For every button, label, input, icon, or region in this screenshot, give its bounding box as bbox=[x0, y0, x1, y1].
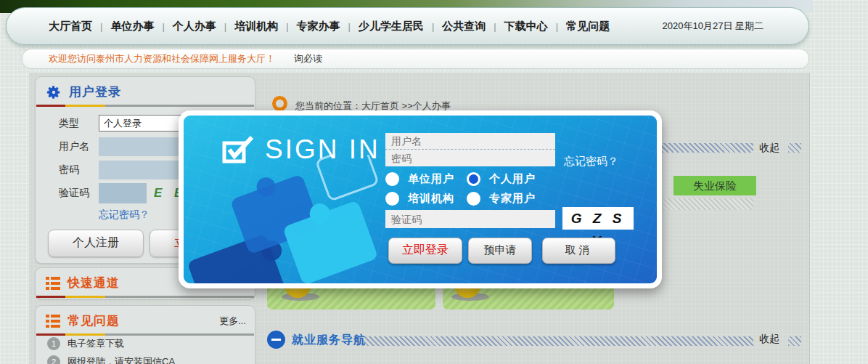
radio-option-unit[interactable]: 单位用户 bbox=[385, 172, 454, 186]
breadcrumb-icon bbox=[272, 96, 287, 111]
credentials-block bbox=[385, 133, 555, 166]
radio-circle-icon-selected[interactable] bbox=[467, 172, 480, 186]
nav-item-public-query[interactable]: 公共查询 bbox=[442, 20, 486, 33]
modal-login-button[interactable]: 立即登录 bbox=[388, 238, 462, 264]
notice-link[interactable]: 询必读 bbox=[294, 52, 322, 65]
sign-in-modal: SIGN IN 忘记密码？ 单位用户 个人用户 培训机构 专家用户 G Z S … bbox=[179, 110, 662, 288]
modal-cancel-button[interactable]: 取消 bbox=[542, 238, 615, 264]
nav-item-faq[interactable]: 常见问题 bbox=[566, 20, 610, 33]
faq-title: 常见问题 bbox=[67, 312, 120, 329]
radio-label: 单位用户 bbox=[408, 172, 454, 186]
nav-separator: | bbox=[224, 21, 226, 32]
modal-preapply-button[interactable]: 预申请 bbox=[468, 238, 532, 264]
captcha-field[interactable] bbox=[99, 183, 147, 203]
radio-option-training[interactable]: 培训机构 bbox=[385, 192, 454, 206]
nav-separator: | bbox=[432, 21, 434, 32]
quick-channel-title: 快速通道 bbox=[67, 275, 120, 291]
sign-in-brand: SIGN IN bbox=[221, 134, 380, 165]
password-label: 密码 bbox=[59, 163, 79, 177]
panel-underline bbox=[36, 333, 254, 336]
list-item[interactable]: 2 网报登陆，请安装国信CA bbox=[47, 355, 175, 364]
section-divider-hatch bbox=[357, 336, 753, 346]
sign-in-title: SIGN IN bbox=[265, 134, 380, 165]
item-number-badge: 1 bbox=[47, 337, 60, 350]
nav-separator: | bbox=[494, 21, 496, 32]
radio-circle-icon[interactable] bbox=[385, 192, 399, 206]
unemployment-insurance-button[interactable]: 失业保险 bbox=[673, 176, 756, 195]
radio-label: 专家用户 bbox=[489, 192, 536, 206]
welcome-message: 欢迎您访问泰州市人力资源和社会保障网上服务大厅！ bbox=[49, 52, 275, 65]
radio-circle-icon[interactable] bbox=[385, 172, 399, 186]
login-type-label: 类型 bbox=[59, 117, 79, 130]
modal-captcha-input[interactable] bbox=[385, 210, 555, 228]
employment-nav-title: 就业服务导航 bbox=[292, 333, 366, 348]
faq-item-text[interactable]: 电子签章下载 bbox=[67, 337, 124, 350]
top-navbar: 大厅首页 | 单位办事 | 个人办事 | 培训机构 | 专家办事 | 少儿学生居… bbox=[6, 7, 809, 45]
nav-item-expert[interactable]: 专家办事 bbox=[297, 20, 340, 33]
nav-separator: | bbox=[556, 21, 558, 32]
captcha-label: 验证码 bbox=[59, 187, 89, 200]
section-divider-hatch bbox=[788, 336, 801, 346]
nav-item-personal[interactable]: 个人办事 bbox=[173, 20, 216, 33]
list-icon bbox=[46, 277, 60, 290]
radio-option-expert[interactable]: 专家用户 bbox=[467, 192, 536, 206]
collapse-toggle[interactable]: 收起 bbox=[759, 142, 779, 155]
faq-panel: 常见问题 更多... 1 电子签章下载 2 网报登陆，请安装国信CA bbox=[35, 305, 255, 364]
nav-separator: | bbox=[100, 21, 102, 32]
puzzle-graphic bbox=[179, 155, 419, 288]
nav-item-download[interactable]: 下载中心 bbox=[504, 20, 548, 33]
faq-more-link[interactable]: 更多... bbox=[219, 315, 246, 328]
radio-label: 培训机构 bbox=[408, 192, 454, 206]
radio-label: 个人用户 bbox=[489, 172, 536, 186]
collapse-toggle[interactable]: 收起 bbox=[759, 333, 779, 346]
current-date: 2020年10月27日 星期二 bbox=[663, 20, 784, 33]
forgot-password-link[interactable]: 忘记密码？ bbox=[99, 209, 150, 222]
section-divider-hatch bbox=[788, 143, 801, 153]
login-panel-header: 用户登录 bbox=[36, 77, 255, 105]
item-number-badge: 2 bbox=[47, 355, 60, 364]
modal-password-input[interactable] bbox=[385, 150, 555, 166]
nav-item-home[interactable]: 大厅首页 bbox=[49, 20, 92, 33]
nav-separator: | bbox=[286, 21, 288, 32]
list-icon bbox=[46, 315, 60, 328]
nav-item-training[interactable]: 培训机构 bbox=[234, 20, 278, 33]
radio-option-personal[interactable]: 个人用户 bbox=[467, 172, 536, 186]
nav-separator: | bbox=[162, 21, 164, 32]
login-panel-title: 用户登录 bbox=[69, 84, 121, 100]
decorative-hatch bbox=[663, 198, 753, 210]
welcome-bar: 欢迎您访问泰州市人力资源和社会保障网上服务大厅！ 询必读 bbox=[22, 49, 809, 69]
username-label: 用户名 bbox=[59, 140, 89, 153]
panel-underline bbox=[36, 105, 254, 107]
faq-item-text[interactable]: 网报登陆，请安装国信CA bbox=[67, 355, 175, 364]
modal-username-input[interactable] bbox=[385, 133, 555, 150]
list-item[interactable]: 1 电子签章下载 bbox=[47, 337, 124, 350]
modal-forgot-password-link[interactable]: 忘记密码？ bbox=[564, 155, 618, 169]
nav-item-students[interactable]: 少儿学生居民 bbox=[359, 20, 424, 33]
check-envelope-icon bbox=[221, 134, 255, 165]
captcha-image[interactable]: G Z S Y bbox=[562, 207, 634, 230]
radio-circle-icon[interactable] bbox=[467, 192, 480, 206]
faq-header: 常见问题 更多... bbox=[36, 306, 255, 333]
nav-item-unit[interactable]: 单位办事 bbox=[110, 20, 154, 33]
nav-separator: | bbox=[348, 21, 351, 32]
register-button[interactable]: 个人注册 bbox=[48, 230, 144, 257]
gear-icon bbox=[46, 84, 62, 100]
collapse-minus-icon[interactable] bbox=[267, 331, 285, 349]
panel-underline bbox=[36, 296, 254, 298]
